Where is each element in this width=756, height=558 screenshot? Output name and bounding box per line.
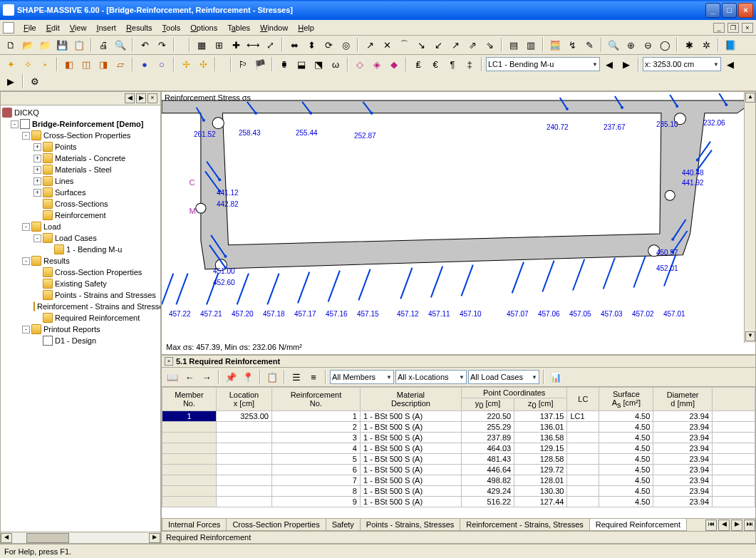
r2t21-icon[interactable]: ₤ bbox=[410, 56, 426, 72]
nav-close-icon[interactable]: × bbox=[147, 93, 157, 103]
r2t9-icon[interactable]: ○ bbox=[154, 56, 170, 72]
menu-insert[interactable]: Insert bbox=[91, 22, 121, 33]
col-y0[interactable]: y0 [cm] bbox=[461, 398, 514, 411]
navigator-tree[interactable]: DICKQ -Bridge-Reinforcement [Demo] -Cros… bbox=[1, 105, 160, 532]
menu-tables[interactable]: Tables bbox=[222, 22, 255, 33]
col-z0[interactable]: z0 [cm] bbox=[514, 398, 567, 411]
expand-icon[interactable]: - bbox=[22, 132, 30, 140]
nav-next-icon[interactable]: ▶ bbox=[136, 93, 146, 103]
r2t7-icon[interactable]: ▱ bbox=[113, 56, 128, 72]
zoom-fit-icon[interactable]: ◯ bbox=[657, 37, 673, 53]
r2t3-icon[interactable]: ⋆ bbox=[37, 56, 53, 72]
tool21-icon[interactable]: ✎ bbox=[581, 37, 597, 53]
r2t17-icon[interactable]: ω bbox=[328, 56, 343, 72]
excel-export-icon[interactable]: 📊 bbox=[548, 369, 564, 385]
bp-filter2-icon[interactable]: ≡ bbox=[306, 369, 321, 385]
open-icon[interactable]: 📂 bbox=[20, 37, 36, 53]
r2t19-icon[interactable]: ◈ bbox=[369, 56, 385, 72]
tool12-icon[interactable]: ⌒ bbox=[396, 37, 412, 53]
scrollbar-track[interactable] bbox=[12, 533, 149, 543]
close-button[interactable]: × bbox=[738, 3, 753, 18]
view-scrollbar[interactable]: ▲ ▼ bbox=[744, 92, 755, 343]
bp-tool1-icon[interactable]: 📖 bbox=[165, 369, 180, 385]
tab-required-reinforcement[interactable]: Required Reinforcement bbox=[589, 519, 687, 531]
menu-view[interactable]: View bbox=[65, 22, 92, 33]
col-lc[interactable]: LC bbox=[567, 388, 599, 411]
tooln2-icon[interactable]: ✲ bbox=[698, 37, 714, 53]
col-member[interactable]: MemberNo. bbox=[162, 388, 217, 411]
menu-window[interactable]: Window bbox=[255, 22, 293, 33]
tooln1-icon[interactable]: ✱ bbox=[681, 37, 697, 53]
dimension-icon[interactable]: ⟷ bbox=[245, 37, 261, 53]
expand-icon[interactable]: + bbox=[33, 155, 41, 162]
scroll-right-icon[interactable]: ▶ bbox=[149, 533, 160, 543]
axis-icon[interactable]: ✚ bbox=[228, 37, 244, 53]
table-row[interactable]: 91 - BSt 500 S (A)516.22127.444.5023.94 bbox=[162, 497, 755, 507]
settings-icon[interactable]: ⚙ bbox=[27, 73, 43, 89]
minimize-button[interactable]: _ bbox=[705, 3, 720, 18]
tab-last-icon[interactable]: ⏭ bbox=[744, 520, 755, 531]
save-icon[interactable]: 💾 bbox=[54, 37, 70, 53]
r2t10-icon[interactable]: ✢ bbox=[178, 56, 194, 72]
x-position-input[interactable]: x: 3253.00 cm▼ bbox=[643, 57, 721, 71]
r2t4-icon[interactable]: ◧ bbox=[61, 56, 77, 72]
expand-icon[interactable]: + bbox=[33, 177, 41, 185]
r2t15-icon[interactable]: ⬓ bbox=[294, 56, 309, 72]
r2t2-icon[interactable]: ✧ bbox=[20, 56, 36, 72]
print-icon[interactable]: 🖨 bbox=[95, 37, 111, 53]
bp-filter1-icon[interactable]: ☰ bbox=[289, 369, 304, 385]
menu-tools[interactable]: Tools bbox=[157, 22, 186, 33]
col-reinf-no[interactable]: ReinforcementNo. bbox=[271, 388, 360, 411]
tool5-icon[interactable]: ⤢ bbox=[262, 37, 278, 53]
menu-file[interactable]: File bbox=[19, 22, 41, 33]
new-icon[interactable]: 🗋 bbox=[3, 37, 19, 53]
expand-icon[interactable]: - bbox=[22, 223, 30, 231]
table-row[interactable]: 81 - BSt 500 S (A)429.24130.304.5023.94 bbox=[162, 486, 755, 497]
menu-results[interactable]: Results bbox=[121, 22, 157, 33]
menu-help[interactable]: Help bbox=[293, 22, 319, 33]
prev-x-icon[interactable]: ◀ bbox=[723, 56, 738, 72]
scrollbar-thumb[interactable] bbox=[26, 533, 69, 543]
maximize-button[interactable]: □ bbox=[722, 3, 737, 18]
pin-icon[interactable]: × bbox=[165, 357, 173, 366]
bp-pin2-icon[interactable]: 📍 bbox=[240, 369, 256, 385]
scroll-down-icon[interactable]: ▼ bbox=[745, 331, 755, 341]
mdi-restore[interactable]: ❐ bbox=[727, 23, 739, 33]
loadcases-combo[interactable]: All Load Cases▼ bbox=[468, 370, 539, 384]
help-icon[interactable]: 📘 bbox=[723, 37, 738, 53]
menu-edit[interactable]: Edit bbox=[41, 22, 65, 33]
members-combo[interactable]: All Members▼ bbox=[330, 370, 394, 384]
tab-cross-section[interactable]: Cross-Section Properties bbox=[226, 519, 326, 531]
rotate-icon[interactable]: ⟳ bbox=[321, 37, 336, 53]
tab-prev-icon[interactable]: ◀ bbox=[718, 520, 730, 531]
next-lc-icon[interactable]: ▶ bbox=[618, 56, 634, 72]
reinforcement-table[interactable]: MemberNo. Locationx [cm] ReinforcementNo… bbox=[162, 387, 755, 507]
tool11-icon[interactable]: ✕ bbox=[379, 37, 395, 53]
tab-internal-forces[interactable]: Internal Forces bbox=[162, 519, 227, 531]
table-row[interactable]: 21 - BSt 500 S (A)255.29136.014.5023.94 bbox=[162, 422, 755, 433]
r2t13-icon[interactable]: 🏴 bbox=[252, 56, 268, 72]
expand-icon[interactable]: + bbox=[33, 189, 41, 197]
tool16-icon[interactable]: ⇗ bbox=[465, 37, 480, 53]
prev-lc-icon[interactable]: ◀ bbox=[601, 56, 617, 72]
table-row[interactable]: 41 - BSt 500 S (A)464.03129.154.5023.94 bbox=[162, 443, 755, 454]
r2t20-icon[interactable]: ◆ bbox=[386, 56, 402, 72]
col-location[interactable]: Locationx [cm] bbox=[216, 388, 271, 411]
tab-first-icon[interactable]: ⏮ bbox=[705, 520, 717, 531]
tab-reinforcement-stresses[interactable]: Reinforcement - Strains, Stresses bbox=[460, 519, 589, 531]
tool10-icon[interactable]: ↗ bbox=[362, 37, 378, 53]
r2t14-icon[interactable]: ⧯ bbox=[276, 56, 292, 72]
next-x-icon[interactable]: ▶ bbox=[3, 73, 19, 89]
r2t24-icon[interactable]: ‡ bbox=[462, 56, 477, 72]
copy-icon[interactable]: 📋 bbox=[71, 37, 87, 53]
table1-icon[interactable]: ▤ bbox=[506, 37, 522, 53]
col-surface[interactable]: SurfaceAs [cm²] bbox=[599, 388, 653, 411]
graphic-view[interactable]: Reinforcement Stress σs C M bbox=[161, 91, 756, 355]
grid-icon[interactable]: ▦ bbox=[194, 37, 209, 53]
tool15-icon[interactable]: ↗ bbox=[447, 37, 463, 53]
expand-icon[interactable]: - bbox=[22, 326, 30, 334]
expand-icon[interactable]: - bbox=[22, 257, 30, 265]
tool7-icon[interactable]: ⬍ bbox=[304, 37, 319, 53]
calc-icon[interactable]: 🧮 bbox=[547, 37, 563, 53]
tab-points-stresses[interactable]: Points - Strains, Stresses bbox=[360, 519, 461, 531]
